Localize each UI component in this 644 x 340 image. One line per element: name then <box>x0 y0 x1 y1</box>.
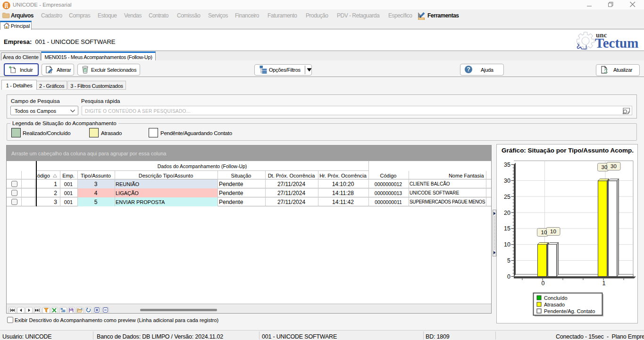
svg-text:20: 20 <box>504 210 510 216</box>
svg-text:Pendente/Ag. Contato: Pendente/Ag. Contato <box>544 308 595 314</box>
svg-text:Concluído: Concluído <box>544 295 568 301</box>
svg-text:10: 10 <box>550 229 556 234</box>
svg-text:Atrasado: Atrasado <box>544 302 565 307</box>
svg-text:1: 1 <box>602 280 606 287</box>
svg-text:5: 5 <box>507 257 510 264</box>
svg-text:0: 0 <box>507 273 510 280</box>
svg-text:25: 25 <box>504 194 510 200</box>
svg-text:10: 10 <box>504 241 510 248</box>
svg-text:35: 35 <box>504 162 510 168</box>
svg-text:30: 30 <box>504 178 510 184</box>
svg-text:0: 0 <box>542 280 545 287</box>
svg-text:30: 30 <box>611 163 617 169</box>
svg-text:30: 30 <box>602 164 608 170</box>
svg-text:10: 10 <box>541 230 547 235</box>
svg-text:15: 15 <box>504 225 510 232</box>
svg-text:?: ? <box>467 66 470 73</box>
